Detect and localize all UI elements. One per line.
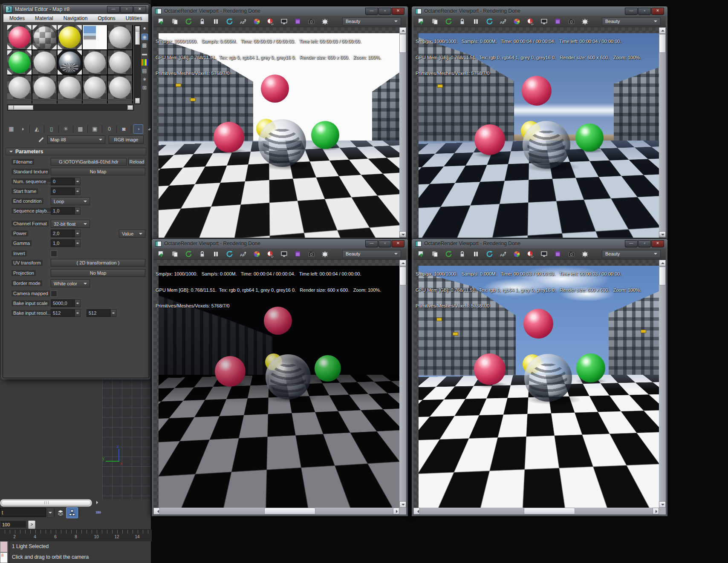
camera-icon[interactable] <box>308 250 315 258</box>
autofocus-picker-icon[interactable] <box>240 18 247 25</box>
material-editor-titlebar[interactable]: 3 Material Editor - Map #8 — ▫ ✕ <box>3 5 149 14</box>
refresh-render-icon[interactable] <box>486 250 493 258</box>
render-pass-dropdown[interactable]: Beauty <box>342 17 401 26</box>
save-render-icon[interactable] <box>158 250 165 258</box>
pause-render-icon[interactable] <box>472 18 480 25</box>
scroll-right-arrow[interactable] <box>393 508 399 514</box>
horizontal-scrollbar[interactable] <box>153 508 399 514</box>
refresh-render-icon[interactable] <box>226 18 233 25</box>
maxscript-mini-listener[interactable]: li <box>0 552 8 563</box>
put-material-icon[interactable]: ◑ <box>17 124 27 134</box>
autofocus-picker-icon[interactable] <box>500 18 507 25</box>
save-render-icon[interactable] <box>418 18 425 25</box>
material-swatch-gray[interactable] <box>32 75 57 100</box>
invert-checkbox[interactable] <box>51 250 57 257</box>
close-button[interactable]: ✕ <box>651 8 664 15</box>
make-preview-icon[interactable]: ▤ <box>142 68 148 74</box>
maximize-button[interactable]: ▫ <box>638 240 651 247</box>
scrollbar-thumb[interactable] <box>659 267 666 285</box>
go-to-frame-button[interactable]: > <box>28 520 35 529</box>
autofocus-picker-icon[interactable] <box>500 250 507 258</box>
border-mode-dropdown[interactable]: White color <box>51 279 90 287</box>
power-mode-dropdown[interactable]: Value <box>119 230 145 238</box>
render-area[interactable]: Smp/px: 1000/1000. Samp/s: 0.000M. Time:… <box>413 27 659 238</box>
reload-button[interactable]: Reload <box>128 158 145 166</box>
scroll-down-arrow[interactable] <box>659 231 666 238</box>
sample-tiling-icon[interactable]: ▬ <box>142 51 148 57</box>
material-swatch-pink[interactable] <box>7 25 32 49</box>
pause-render-icon[interactable] <box>212 250 220 258</box>
swatch-vertical-scrollbar[interactable] <box>134 25 141 104</box>
make-unique-icon[interactable]: ✳ <box>61 124 71 134</box>
material-swatch-glass[interactable] <box>58 50 82 75</box>
viewport-lock-icon[interactable] <box>280 18 288 25</box>
map-type-button[interactable]: RGB image <box>109 135 144 144</box>
refresh-render-icon[interactable] <box>486 18 493 25</box>
frame-number-field[interactable]: 100 <box>0 520 26 528</box>
material-swatch-green[interactable] <box>7 50 32 75</box>
vertical-scrollbar[interactable] <box>659 27 666 238</box>
render-pass-dropdown[interactable]: Beauty <box>602 250 661 258</box>
render-area[interactable]: Smp/px: 1000/1000. Samp/s: 0.000M. Time:… <box>413 260 659 508</box>
menu-options[interactable]: Options <box>98 15 115 21</box>
minimize-button[interactable]: — <box>625 8 638 15</box>
overflow-chevrons-icon[interactable] <box>95 508 101 515</box>
window-titlebar[interactable]: OctaneRender Viewport - Rendering Done —… <box>152 239 408 248</box>
render-area[interactable]: Smp/px: 1000/1000. Samp/s: 0.000M. Time:… <box>153 260 399 508</box>
material-swatch-checker[interactable] <box>32 25 57 49</box>
material-picker-icon[interactable] <box>267 250 274 258</box>
close-button[interactable]: ✕ <box>133 6 146 13</box>
save-render-icon[interactable] <box>158 18 165 25</box>
schematic-view-button[interactable] <box>66 507 78 518</box>
octane-logo-icon[interactable] <box>321 18 329 25</box>
parameters-rollout[interactable]: Parameters <box>6 148 146 155</box>
copy-clipboard-icon[interactable] <box>171 250 179 258</box>
scroll-down-arrow[interactable] <box>399 231 406 238</box>
bake-resolution-y-spinner[interactable]: 512 <box>87 309 116 317</box>
restart-render-icon[interactable] <box>185 250 192 258</box>
camera-icon[interactable] <box>568 18 575 25</box>
uv-transform-button[interactable]: ( 2D transformation ) <box>51 259 145 267</box>
background-icon[interactable]: ▩ <box>142 42 148 49</box>
horizontal-scrollbar[interactable] <box>413 508 659 514</box>
end-condition-dropdown[interactable]: Loop <box>51 197 90 205</box>
pause-render-icon[interactable] <box>472 250 480 258</box>
octane-logo-icon[interactable] <box>581 18 589 25</box>
copy-clipboard-icon[interactable] <box>171 18 179 25</box>
scrollbar-thumb[interactable] <box>524 508 575 514</box>
save-icon[interactable]: ▣ <box>90 124 100 134</box>
white-balance-icon[interactable] <box>253 18 260 25</box>
close-button[interactable]: ✕ <box>392 240 404 247</box>
bake-resolution-x-spinner[interactable]: 512 <box>51 309 81 317</box>
material-swatch-gray[interactable] <box>108 25 132 49</box>
scroll-down-arrow[interactable] <box>135 98 140 103</box>
window-titlebar[interactable]: OctaneRender Viewport - Rendering Done —… <box>412 6 667 16</box>
scroll-up-arrow[interactable] <box>399 260 406 266</box>
save-render-icon[interactable] <box>418 250 425 258</box>
scroll-up-arrow[interactable] <box>399 27 406 34</box>
menu-utilities[interactable]: Utilities <box>126 15 142 21</box>
get-material-icon[interactable]: ▦ <box>6 124 16 134</box>
material-swatch-gray[interactable] <box>32 50 57 75</box>
filename-field[interactable]: G:\OTOY\Garibaldi-01hd.hdr <box>51 158 127 166</box>
vertical-scrollbar[interactable] <box>399 260 406 508</box>
named-selection-field[interactable]: t <box>0 508 46 517</box>
material-swatch-gray[interactable] <box>83 75 107 100</box>
maximize-button[interactable]: ▫ <box>378 8 391 15</box>
window-titlebar[interactable]: OctaneRender Viewport - Rendering Done —… <box>152 6 408 16</box>
scroll-up-arrow[interactable] <box>659 260 666 266</box>
close-button[interactable]: ✕ <box>392 8 404 15</box>
material-swatch-gray[interactable] <box>108 50 132 75</box>
viewport-lock-icon[interactable] <box>540 250 548 258</box>
scrollbar-thumb[interactable] <box>264 508 315 514</box>
scrollbar-thumb[interactable] <box>399 34 406 53</box>
backlight-icon[interactable]: ◉ <box>142 34 148 40</box>
sample-type-icon[interactable]: ● <box>142 25 148 32</box>
pick-material-icon[interactable]: ◔ <box>133 124 143 134</box>
viewport-lock-icon[interactable] <box>540 18 548 25</box>
minimize-button[interactable]: — <box>365 8 378 15</box>
vertical-scrollbar[interactable] <box>399 27 406 238</box>
camera-icon[interactable] <box>568 250 575 258</box>
window-titlebar[interactable]: OctaneRender Viewport - Rendering Done —… <box>412 239 667 248</box>
channel-format-dropdown[interactable]: 32-bit float <box>51 220 90 228</box>
